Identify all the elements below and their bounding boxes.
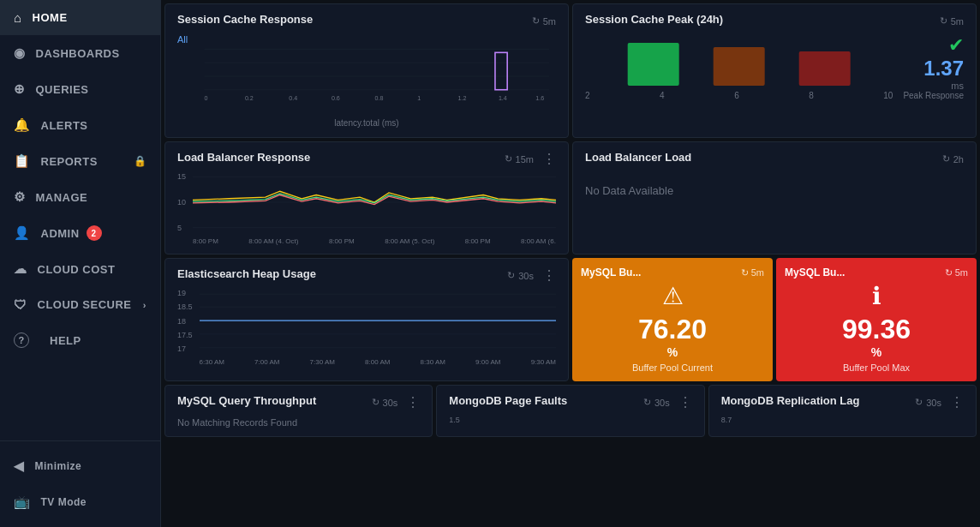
- peak-content: 2 4 6 8 10 ✔ 1.37 ms Peak Response: [585, 34, 964, 100]
- lb-response-header: Load Balancer Response ↻ 15m ⋮: [177, 151, 556, 167]
- mysql-query-throughput-card: MySQL Query Throughput ↻ 30s ⋮ No Matchi…: [164, 385, 433, 437]
- lb-y-labels: 15 10 5: [177, 172, 189, 232]
- session-cache-svg: 0 0.2 0.4 0.6 0.8 1 1.2 1.4 1.6: [177, 34, 556, 111]
- heap-chart-area: 19 18.5 18 17.5 17: [177, 289, 556, 366]
- reports-icon: 📋: [14, 153, 31, 169]
- svg-text:1.6: 1.6: [535, 95, 544, 102]
- session-cache-response-header: Session Cache Response ↻ 5m: [177, 13, 556, 29]
- svg-text:1.2: 1.2: [458, 95, 467, 102]
- row-2: Load Balancer Response ↻ 15m ⋮ 15 10 5: [164, 141, 977, 255]
- mysql-current-refresh: ↻ 5m: [741, 267, 764, 278]
- queries-icon: ⊕: [14, 81, 26, 97]
- row-1: Session Cache Response ↻ 5m All 0 0.2: [164, 3, 977, 138]
- mongodb-replication-controls: ↻ 30s ⋮: [915, 394, 964, 410]
- mongodb-page-controls: ↻ 30s ⋮: [643, 394, 692, 410]
- svg-text:0.6: 0.6: [332, 95, 340, 102]
- elasticsearch-heap-card: Elasticsearch Heap Usage ↻ 30s ⋮ 19 18.5…: [164, 258, 569, 381]
- mysql-query-controls: ↻ 30s ⋮: [372, 394, 421, 410]
- sidebar-item-cloud-cost[interactable]: ☁ CLOUD COST: [0, 251, 160, 287]
- cloud-cost-icon: ☁: [14, 261, 27, 277]
- refresh-icon-7[interactable]: ↻: [945, 267, 953, 278]
- mysql-query-header: MySQL Query Throughput ↻ 30s ⋮: [177, 394, 420, 410]
- heap-header: Elasticsearch Heap Usage ↻ 30s ⋮: [177, 267, 556, 284]
- refresh-icon-3[interactable]: ↻: [505, 153, 512, 165]
- mysql-current-title: MySQL Bu...: [581, 266, 641, 278]
- sidebar-item-admin[interactable]: 👤 ADMIN 2: [0, 215, 160, 251]
- sidebar-item-help[interactable]: ? HELP: [0, 322, 160, 358]
- minimize-icon: ◀: [14, 458, 25, 474]
- session-cache-peak-header: Session Cache Peak (24h) ↻ 5m: [585, 13, 964, 29]
- refresh-icon-9[interactable]: ↻: [643, 397, 651, 408]
- sidebar-item-tv-mode[interactable]: 📺 TV Mode: [0, 484, 160, 520]
- row-4: MySQL Query Throughput ↻ 30s ⋮ No Matchi…: [164, 385, 977, 437]
- mysql-query-no-records: No Matching Records Found: [177, 417, 420, 428]
- sidebar-item-minimize[interactable]: ◀ Minimize: [0, 448, 160, 484]
- mongodb-replication-menu[interactable]: ⋮: [950, 394, 964, 410]
- mongodb-page-y-start: 1.5: [449, 416, 691, 424]
- svg-text:0: 0: [205, 95, 208, 102]
- heap-menu[interactable]: ⋮: [542, 267, 556, 284]
- main-content: Session Cache Response ↻ 5m All 0 0.2: [161, 0, 980, 527]
- session-cache-peak-refresh: ↻ 5m: [940, 15, 964, 27]
- mongodb-page-title: MongoDB Page Faults: [449, 394, 567, 407]
- mysql-buffer-max-card: MySQL Bu... ↻ 5m ℹ 99.36 % Buffer Pool M…: [776, 258, 977, 381]
- peak-value: 1.37: [923, 57, 964, 81]
- mongodb-replication-card: MongoDB Replication Lag ↻ 30s ⋮ 8.7: [708, 385, 977, 437]
- mongodb-page-menu[interactable]: ⋮: [678, 394, 692, 410]
- lb-response-menu[interactable]: ⋮: [542, 151, 556, 167]
- mongodb-page-refresh: ↻ 30s: [643, 397, 670, 408]
- lb-response-controls: ↻ 15m ⋮: [505, 151, 556, 167]
- lb-load-no-data: No Data Available: [585, 184, 964, 197]
- sidebar-item-alerts[interactable]: 🔔 ALERTS: [0, 107, 160, 143]
- chevron-right-icon: ›: [143, 300, 146, 310]
- svg-text:0.4: 0.4: [289, 95, 297, 102]
- lock-icon: 🔒: [134, 155, 147, 167]
- sidebar: ⌂ HOME ◉ DASHBOARDS ⊕ QUERIES 🔔 ALERTS 📋…: [0, 0, 161, 527]
- svg-rect-16: [799, 51, 851, 86]
- mongodb-page-faults-card: MongoDB Page Faults ↻ 30s ⋮ 1.5: [436, 385, 704, 437]
- session-cache-peak-title: Session Cache Peak (24h): [585, 13, 723, 26]
- alerts-icon: 🔔: [14, 117, 31, 133]
- sidebar-item-dashboards[interactable]: ◉ DASHBOARDS: [0, 35, 160, 71]
- check-icon: ✔: [948, 34, 964, 57]
- lb-svg: [193, 172, 556, 232]
- refresh-icon[interactable]: ↻: [532, 15, 540, 27]
- svg-rect-13: [495, 52, 507, 89]
- mysql-max-unit: %: [871, 345, 881, 359]
- refresh-icon-5[interactable]: ↻: [507, 270, 515, 281]
- mysql-max-title: MySQL Bu...: [785, 266, 845, 278]
- sidebar-item-home[interactable]: ⌂ HOME: [0, 0, 160, 35]
- chart-all-label: All: [177, 34, 188, 45]
- sidebar-item-cloud-secure[interactable]: 🛡 CLOUD SECURE ›: [0, 287, 160, 322]
- heap-refresh: ↻ 30s: [507, 270, 534, 281]
- svg-text:0.8: 0.8: [374, 95, 383, 102]
- session-cache-response-refresh: ↻ 5m: [532, 15, 556, 27]
- sidebar-item-reports[interactable]: 📋 REPORTS 🔒: [0, 143, 160, 179]
- dashboards-icon: ◉: [14, 45, 26, 61]
- refresh-icon-2[interactable]: ↻: [940, 15, 947, 27]
- heap-title: Elasticsearch Heap Usage: [177, 267, 316, 280]
- peak-sub: Peak Response: [903, 91, 964, 100]
- refresh-icon-4[interactable]: ↻: [942, 153, 950, 165]
- mysql-current-value: 76.20: [638, 314, 707, 345]
- lb-svg-container: 8:00 PM 8:00 AM (4. Oct) 8:00 PM 8:00 AM…: [193, 172, 556, 245]
- session-cache-chart: All 0 0.2 0.4 0.6 0.8 1 1.2 1.4 1.6: [177, 34, 556, 129]
- cloud-secure-icon: 🛡: [14, 297, 27, 312]
- svg-text:1: 1: [417, 95, 421, 102]
- info-icon: ℹ: [872, 282, 881, 310]
- peak-bars-area: 2 4 6 8 10: [585, 34, 893, 100]
- mysql-buffer-current-card: MySQL Bu... ↻ 5m ⚠ 76.20 % Buffer Pool C…: [572, 258, 773, 381]
- refresh-icon-10[interactable]: ↻: [915, 397, 923, 408]
- mysql-query-menu[interactable]: ⋮: [406, 394, 420, 410]
- sidebar-item-manage[interactable]: ⚙ MANAGE: [0, 179, 160, 215]
- refresh-icon-8[interactable]: ↻: [372, 397, 379, 408]
- heap-svg-container: 6:30 AM 7:00 AM 7:30 AM 8:00 AM 8:30 AM …: [200, 289, 556, 366]
- sidebar-bottom: ◀ Minimize 📺 TV Mode: [0, 440, 160, 527]
- svg-rect-14: [628, 43, 679, 86]
- mongodb-page-header: MongoDB Page Faults ↻ 30s ⋮: [449, 394, 691, 410]
- refresh-icon-6[interactable]: ↻: [741, 267, 749, 278]
- mysql-max-refresh: ↻ 5m: [945, 267, 968, 278]
- sidebar-item-queries[interactable]: ⊕ QUERIES: [0, 71, 160, 107]
- mysql-buffer-cards: MySQL Bu... ↻ 5m ⚠ 76.20 % Buffer Pool C…: [572, 258, 977, 381]
- admin-icon: 👤: [14, 225, 31, 241]
